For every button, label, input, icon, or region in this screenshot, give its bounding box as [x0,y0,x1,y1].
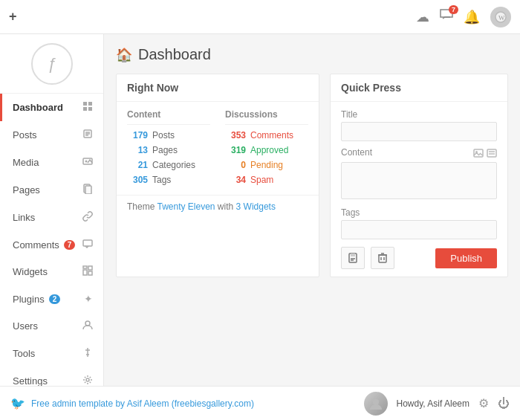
sidebar-item-media[interactable]: Media [0,149,103,176]
tags-field: Tags [341,207,497,239]
pages-icon [82,184,93,196]
dashboard-icon [82,101,93,114]
comments-badge: 7 [449,5,458,14]
spam-label: Spam [250,175,273,185]
comments-sidebar-badge: 7 [64,240,76,250]
right-now-footer: Theme Twenty Eleven with 3 Widgets [117,195,319,218]
widgets-link[interactable]: 3 Widgets [236,201,276,212]
sidebar-item-tools[interactable]: Tools [0,340,103,367]
logo-circle: ƒ [31,43,73,85]
image-icon[interactable] [473,148,484,160]
svg-rect-26 [487,149,496,157]
svg-rect-16 [88,266,92,270]
content-area: 🏠 Dashboard Right Now Content 179 Posts [104,34,520,386]
pages-label: Pages [152,145,178,155]
top-bar-left: + [9,9,17,25]
title-input[interactable] [341,122,497,141]
right-now-widget: Right Now Content 179 Posts 13 Pages [116,74,319,277]
disc-row-2: 0 Pending [225,158,308,172]
footer-avatar [364,392,388,416]
svg-point-11 [85,161,88,163]
approved-count: 319 [225,145,246,155]
wp-avatar[interactable]: W [490,7,511,28]
svg-rect-3 [88,102,92,106]
page-title: Dashboard [138,46,211,63]
plugins-icon: ✦ [84,293,93,305]
categories-label: Categories [152,160,195,170]
comments-icon[interactable]: 7 [440,9,453,25]
cloud-icon[interactable]: ☁ [416,9,429,25]
sidebar-item-dashboard[interactable]: Dashboard [0,94,103,121]
svg-rect-18 [88,271,92,275]
sidebar-item-comments[interactable]: Comments 7 [0,231,103,258]
sidebar-nav: Dashboard Posts Media Pages [0,94,103,386]
svg-rect-5 [88,107,92,111]
media-insert-icon[interactable] [487,148,497,160]
svg-rect-13 [85,186,91,194]
approved-label: Approved [250,145,288,155]
svg-rect-15 [83,266,87,268]
media-icon [82,156,93,169]
pending-count: 0 [225,160,246,170]
quick-press-header: Quick Press [331,74,507,102]
sidebar-item-users[interactable]: Users [0,312,103,340]
users-icon [82,320,93,332]
sidebar-item-pages[interactable]: Pages [0,176,103,204]
content-row-3: 305 Tags [127,172,210,187]
widgets-row: Right Now Content 179 Posts 13 Pages [116,74,508,277]
disc-row-3: 34 Spam [225,172,308,187]
posts-icon [82,129,93,141]
right-now-header: Right Now [117,74,319,102]
sidebar-item-posts[interactable]: Posts [0,121,103,149]
plugins-sidebar-badge: 2 [49,294,61,304]
save-draft-button[interactable] [341,247,365,269]
spam-count: 34 [225,175,246,185]
sidebar-item-plugins[interactable]: Plugins 2 ✦ [0,285,103,312]
tools-icon [82,347,93,360]
content-col-header: Content [127,109,210,125]
house-icon: 🏠 [116,47,132,63]
comments-nav-right: Comments 7 [13,239,75,251]
tags-label: Tags [341,207,497,218]
delete-button[interactable] [371,247,394,269]
tags-input[interactable] [341,220,497,239]
page-title-bar: 🏠 Dashboard [116,46,508,63]
discussions-col: Discussions 353 Comments 319 Approved 0 [225,109,308,187]
svg-rect-14 [83,240,92,246]
title-label: Title [341,109,497,120]
right-now-body: Content 179 Posts 13 Pages 21 [117,102,319,195]
main-layout: ƒ Dashboard Posts Media [0,34,520,386]
svg-point-23 [86,378,89,381]
sidebar-item-widgets[interactable]: Widgets [0,258,103,285]
quick-press-widget: Quick Press Title Content [330,74,508,277]
disc-row-0: 353 Comments [225,128,308,143]
settings-icon [82,375,93,386]
add-new-button[interactable]: + [9,9,17,25]
footer-left: 🐦 Free admin template by Asif Aleem (fre… [10,396,254,410]
content-input[interactable] [341,162,497,199]
comments-nav-icon [82,239,93,251]
sidebar-item-settings[interactable]: Settings [0,367,103,386]
top-bar-right: ☁ 7 🔔 W [416,7,511,28]
footer-power-icon[interactable]: ⏻ [498,397,510,410]
content-col: Content 179 Posts 13 Pages 21 [127,109,210,187]
discussions-col-header: Discussions [225,109,308,125]
sidebar-item-links[interactable]: Links [0,204,103,231]
tags-label: Tags [152,175,171,185]
posts-label: Posts [152,130,175,140]
tags-count: 305 [127,175,148,185]
sidebar-logo: ƒ [0,34,103,94]
bell-icon[interactable]: 🔔 [464,9,480,25]
publish-button[interactable]: Publish [435,248,497,268]
footer-right: Howdy, Asif Aleem ⚙ ⏻ [364,392,510,416]
footer-gear-icon[interactable]: ⚙ [478,396,489,410]
content-row-1: 13 Pages [127,143,210,158]
footer-link[interactable]: Free admin template by Asif Aleem (freeb… [31,398,254,409]
svg-point-38 [373,399,379,405]
comments-disc-label: Comments [250,130,293,140]
svg-rect-2 [83,102,87,106]
links-icon [82,211,93,224]
twitter-icon: 🐦 [10,396,25,410]
theme-link[interactable]: Twenty Eleven [157,201,215,212]
disc-row-1: 319 Approved [225,143,308,158]
